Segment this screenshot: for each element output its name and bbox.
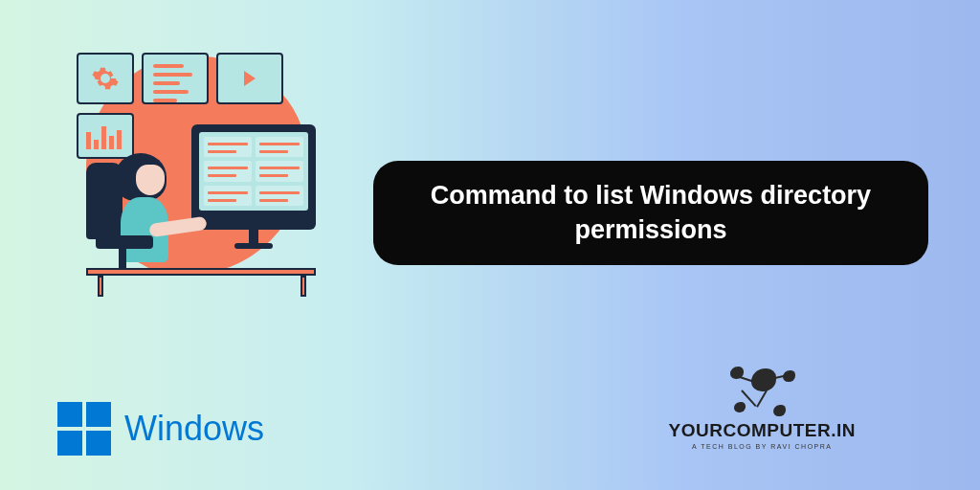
gear-icon	[91, 64, 120, 93]
page-title: Command to list Windows directory permis…	[373, 161, 928, 265]
panel-code	[142, 53, 209, 104]
desk-leg	[98, 276, 103, 297]
site-tagline: A TECH BLOG BY RAVI CHOPRA	[669, 443, 856, 450]
monitor	[191, 124, 316, 230]
site-logo-icon	[728, 365, 795, 416]
site-logo: YOURCOMPUTER.IN A TECH BLOG BY RAVI CHOP…	[669, 365, 856, 450]
panel-chart	[77, 113, 134, 159]
site-name: YOURCOMPUTER.IN	[669, 420, 856, 441]
desk-leg	[301, 276, 306, 297]
windows-label: Windows	[124, 409, 264, 449]
play-icon	[244, 71, 256, 86]
hero-illustration	[67, 38, 325, 297]
windows-logo: Windows	[57, 402, 264, 456]
panel-gear	[77, 53, 134, 104]
panel-video	[216, 53, 283, 104]
desk	[86, 268, 316, 276]
windows-icon	[57, 402, 111, 456]
